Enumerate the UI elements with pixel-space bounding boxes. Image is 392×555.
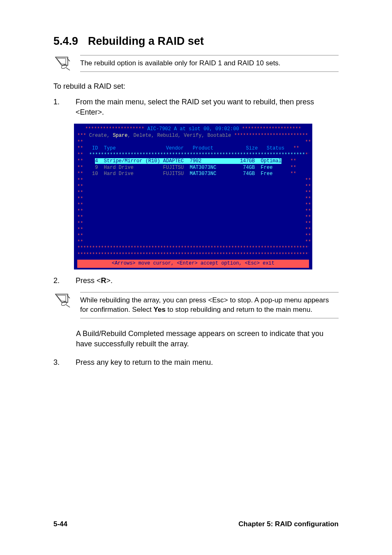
- border-row: ** **: [77, 177, 309, 184]
- step-text: Press <R>.: [76, 276, 339, 286]
- step-1: 1. From the main menu, select the RAID s…: [53, 97, 339, 117]
- result-text: A Build/Rebuild Completed message appear…: [76, 329, 339, 349]
- svg-line-3: [66, 305, 70, 307]
- section-title: Rebuilding a RAID set: [88, 35, 204, 48]
- bios-help-bar: <Arrows> move cursor, <Enter> accept opt…: [77, 260, 309, 268]
- border-row: ** **: [77, 227, 309, 233]
- bios-divider: ** *************************************…: [77, 152, 309, 159]
- border-row: ** **: [77, 196, 309, 202]
- bios-menu: *** Create, Spare, Delete, Rebuild, Veri…: [77, 133, 309, 139]
- section-number: 5.4.9: [53, 35, 78, 48]
- bios-header-row: ** ID Type Vendor Product Size Status **: [77, 145, 309, 152]
- border-row: ** **: [77, 239, 309, 245]
- chapter-title: Chapter 5: RAID configuration: [238, 520, 339, 528]
- svg-point-0: [61, 64, 67, 69]
- note-block-1: The rebuild option is available only for…: [53, 55, 339, 72]
- border-row: ** **: [77, 202, 309, 208]
- page-footer: 5-44 Chapter 5: RAID configuration: [53, 520, 339, 528]
- border-row: ** **: [77, 208, 309, 214]
- bios-title-line: ******************** AIC-7902 A at slot …: [77, 126, 309, 133]
- step-number: 1.: [53, 97, 66, 117]
- note-text-2: While rebuilding the array, you can pres…: [80, 292, 339, 318]
- note-text-1: The rebuild option is available only for…: [80, 55, 339, 72]
- step-number: 2.: [53, 276, 66, 286]
- step-3: 3. Press any key to return to the main m…: [53, 357, 339, 368]
- step-2: 2. Press <R>.: [53, 276, 339, 286]
- section-heading: 5.4.9 Rebuilding a RAID set: [53, 35, 339, 48]
- intro-text: To rebuild a RAID set:: [53, 82, 339, 91]
- bios-row-1: ** 9 Hard Drive FUJITSU MAT3073NC 74GB F…: [77, 165, 309, 171]
- note-icon: [53, 55, 72, 71]
- svg-line-1: [66, 68, 70, 70]
- asterisk-divider: ****************************************…: [77, 245, 309, 252]
- note-icon: [53, 292, 72, 308]
- note-block-2: While rebuilding the array, you can pres…: [53, 292, 339, 318]
- svg-point-2: [61, 301, 67, 306]
- asterisk-divider: ****************************************…: [77, 252, 309, 258]
- border-row: ** **: [77, 190, 309, 196]
- page-number: 5-44: [53, 520, 67, 528]
- step-text: From the main menu, select the RAID set …: [76, 97, 339, 117]
- bios-row-0: ** 4 Stripe/Mirror (R10) ADAPTEC 7902 14…: [77, 158, 309, 165]
- border-row: ** **: [77, 233, 309, 239]
- border-row: ** **: [77, 221, 309, 227]
- border-row: ** **: [77, 139, 309, 146]
- bios-title: AIC-7902 A at slot 00, 09:02:00: [147, 126, 239, 132]
- step-text: Press any key to return to the main menu…: [76, 357, 339, 368]
- border-row: ** **: [77, 214, 309, 221]
- step-number: 3.: [53, 357, 66, 368]
- border-row: ** **: [77, 184, 309, 190]
- bios-screenshot: ******************** AIC-7902 A at slot …: [74, 124, 312, 269]
- bios-row-2: ** 10 Hard Drive FUJITSU MAT3073NC 74GB …: [77, 171, 309, 177]
